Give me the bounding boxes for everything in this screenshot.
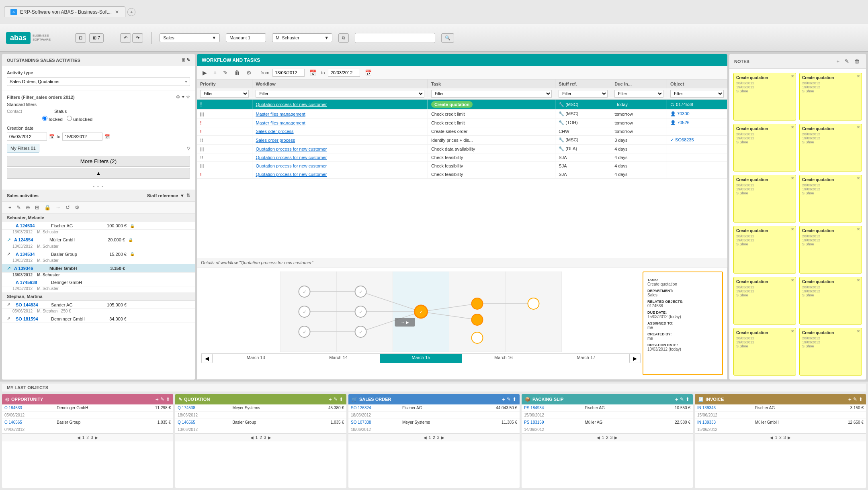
- ps-edit-button[interactable]: ✎: [680, 396, 684, 402]
- ps-prev-btn[interactable]: ◀: [597, 435, 600, 440]
- task-filter[interactable]: Filter: [431, 90, 552, 98]
- so-next-btn[interactable]: ▶: [441, 435, 444, 440]
- more-filters-button[interactable]: More Filters (2): [7, 156, 190, 167]
- quot-page-2[interactable]: 2: [260, 435, 262, 440]
- obj-cell[interactable]: 🗂 0174538: [670, 102, 693, 107]
- table-row[interactable]: !! Sales order process Identify prices +…: [197, 136, 727, 145]
- note-close-5[interactable]: ✕: [791, 176, 794, 180]
- workflow-link[interactable]: Sales oder process: [256, 129, 293, 134]
- window-button[interactable]: ⧉: [338, 33, 349, 43]
- quot-id-1[interactable]: Q 174538: [178, 406, 195, 410]
- quot-page-1[interactable]: 1: [256, 435, 258, 440]
- layout-grid-button[interactable]: ⊞ 7: [89, 33, 104, 43]
- workflow-filter[interactable]: Filter: [256, 90, 424, 98]
- table-row[interactable]: SO 126324 Fischer AG 44.043,50 €: [348, 404, 520, 412]
- opp-prev-btn[interactable]: ◀: [77, 435, 80, 440]
- ps-page-2[interactable]: 2: [606, 435, 608, 440]
- table-row[interactable]: IN 139333 Müller GmbH 12.650 €: [695, 419, 866, 426]
- table-row[interactable]: ! Master files management Check credit l…: [197, 118, 727, 127]
- quot-prev-btn[interactable]: ◀: [250, 435, 254, 440]
- note-close-4[interactable]: ✕: [857, 125, 860, 129]
- quot-next-btn[interactable]: ▶: [268, 435, 271, 440]
- quot-page-3[interactable]: 3: [264, 435, 266, 440]
- note-close-2[interactable]: ✕: [857, 74, 860, 78]
- ps-export-button[interactable]: ⬆: [686, 396, 690, 402]
- note-close-9[interactable]: ✕: [791, 278, 794, 282]
- list-item[interactable]: ↗ A 139346 Müller GmbH 3.150 €: [2, 264, 195, 273]
- quotation-edit-button[interactable]: ✎: [334, 396, 338, 402]
- opportunity-add-button[interactable]: +: [156, 396, 159, 402]
- so-page-1[interactable]: 1: [429, 435, 431, 440]
- inv-id-1[interactable]: IN 139346: [697, 406, 716, 410]
- user-dropdown[interactable]: M. Schuster ▼: [272, 33, 332, 42]
- obj-cell[interactable]: 👤 70300: [670, 111, 690, 116]
- table-row[interactable]: O 184533 Denninger GmbH 11.298 €: [2, 404, 173, 412]
- back-button[interactable]: ↶: [120, 33, 131, 43]
- so-id-2[interactable]: SO 107338: [351, 420, 371, 425]
- wf-settings-button[interactable]: ⚙: [245, 69, 253, 77]
- add-activity-button[interactable]: +: [7, 204, 13, 211]
- table-row[interactable]: ||| Master files management Check credit…: [197, 110, 727, 118]
- unlocked-radio-label[interactable]: unlocked: [67, 116, 92, 122]
- wf-video-button[interactable]: ▶: [201, 69, 209, 77]
- table-row[interactable]: PS 183159 Müller AG 22.580 €: [522, 419, 693, 426]
- workflow-link[interactable]: Quotation process for new customer: [256, 163, 327, 168]
- quotation-export-button[interactable]: ⬆: [339, 396, 343, 402]
- settings-button[interactable]: ⚙: [73, 204, 81, 211]
- global-search-input[interactable]: [355, 33, 435, 43]
- list-item[interactable]: ↗ A 134534 Basler Group 15.200 € 🔒: [2, 250, 195, 258]
- priority-filter[interactable]: Filter: [200, 90, 249, 98]
- so-edit-button[interactable]: ✎: [507, 396, 511, 402]
- inv-page-3[interactable]: 3: [784, 435, 786, 440]
- table-row[interactable]: IN 139346 Fischer AG 3.150 €: [695, 404, 866, 412]
- workflow-link[interactable]: Quotation process for new customer: [256, 102, 327, 107]
- opportunity-export-button[interactable]: ⬆: [166, 396, 170, 402]
- opp-page-1[interactable]: 1: [82, 435, 85, 440]
- ps-add-button[interactable]: +: [675, 396, 678, 402]
- locked-radio-label[interactable]: locked: [42, 116, 63, 122]
- layout-single-button[interactable]: ⊟: [75, 33, 86, 43]
- obj-cell[interactable]: ✓ SO68235: [670, 137, 694, 142]
- unlocked-radio[interactable]: [67, 116, 72, 121]
- inv-page-2[interactable]: 2: [779, 435, 782, 440]
- wf-edit-button[interactable]: ✎: [221, 69, 229, 77]
- table-row[interactable]: Q 174538 Meyer Systems 45.380 €: [175, 404, 346, 412]
- inv-edit-button[interactable]: ✎: [853, 396, 857, 402]
- inv-next-btn[interactable]: ▶: [788, 435, 791, 440]
- collapse-button[interactable]: ▲: [7, 168, 190, 179]
- workflow-link[interactable]: Quotation process for new customer: [256, 172, 327, 177]
- notes-delete-button[interactable]: 🗑: [853, 57, 861, 65]
- note-close-6[interactable]: ✕: [857, 176, 860, 180]
- list-item[interactable]: ↗ SO 181594 Denninger GmbH 34.000 €: [2, 315, 195, 323]
- ref-filter[interactable]: Filter: [559, 90, 608, 98]
- note-close-8[interactable]: ✕: [857, 227, 860, 231]
- obj-cell[interactable]: 👤 70526: [670, 120, 690, 125]
- workflow-link[interactable]: Master files management: [256, 112, 305, 116]
- list-item[interactable]: A 124534 Fischer AG 100.000 € 🔒: [2, 222, 195, 230]
- table-row[interactable]: O 146565 Basler Group 1.035 €: [2, 419, 173, 426]
- refresh-button[interactable]: ↺: [64, 204, 72, 211]
- list-item[interactable]: ↗ SO 144834 Sander AG 105.000 €: [2, 301, 195, 309]
- ps-id-2[interactable]: PS 183159: [524, 420, 544, 425]
- note-close-12[interactable]: ✕: [857, 329, 860, 333]
- so-export-button[interactable]: ⬆: [512, 396, 516, 402]
- workflow-link[interactable]: Quotation process for new customer: [256, 155, 327, 160]
- wf-to-date[interactable]: [328, 69, 360, 77]
- module-dropdown[interactable]: Sales ▼: [160, 33, 220, 42]
- list-item[interactable]: ↗ A 124554 Müller GmbH 20.000 € 🔒: [2, 236, 195, 244]
- open-activity-button[interactable]: ⊞: [33, 204, 41, 211]
- notes-add-button[interactable]: +: [835, 57, 841, 65]
- ps-next-btn[interactable]: ▶: [614, 435, 618, 440]
- opp-page-3[interactable]: 3: [91, 435, 93, 440]
- workflow-link[interactable]: Master files management: [256, 120, 305, 125]
- inv-id-2[interactable]: IN 139333: [697, 420, 716, 425]
- timeline-prev-button[interactable]: ◀: [201, 354, 213, 363]
- date-to-input[interactable]: [62, 133, 102, 141]
- lock-activity-button[interactable]: 🔒: [43, 204, 52, 211]
- sort-icon[interactable]: ⇅: [186, 193, 190, 198]
- inv-prev-btn[interactable]: ◀: [770, 435, 773, 440]
- table-row[interactable]: ! Quotation process for new customer Che…: [197, 170, 727, 179]
- ps-id-1[interactable]: PS 184934: [524, 406, 544, 410]
- workflow-link[interactable]: Sales order process: [256, 138, 295, 143]
- wf-to-calendar[interactable]: 📅: [363, 69, 373, 77]
